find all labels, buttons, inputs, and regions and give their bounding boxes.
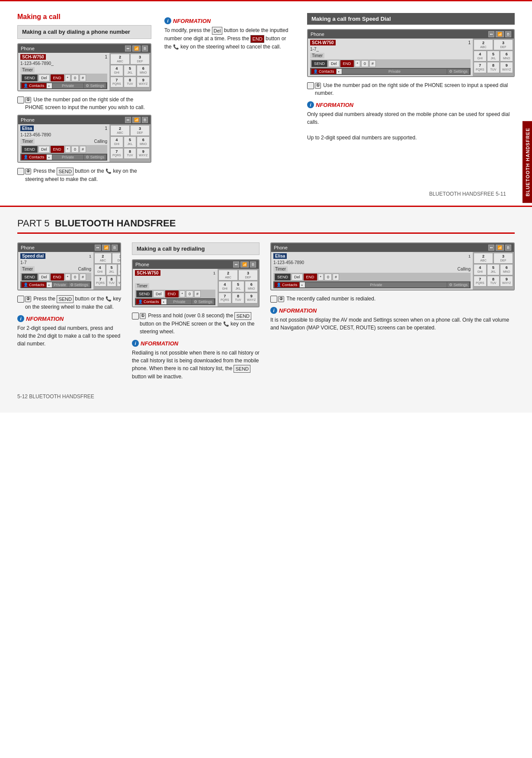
del-btn-b3[interactable]: Del (292, 274, 303, 281)
key-23-9wxyz[interactable]: 9WXYZ (137, 148, 150, 159)
del-btn-right[interactable]: Del (328, 60, 340, 67)
star-btn-2[interactable]: * (65, 146, 71, 153)
key-b1-5jkl[interactable]: 5JKL (106, 264, 117, 275)
del-btn-b1[interactable]: Del (38, 274, 50, 281)
settings-btn-b2[interactable]: ⚙ Settings (192, 299, 214, 304)
key-b2-3def[interactable]: 3DEF (238, 270, 258, 281)
key-8tuv[interactable]: 8TUV (124, 77, 137, 87)
key-r1-3def[interactable]: 3DEF (494, 39, 513, 50)
key-b3-7pqrs[interactable]: 7PQRS (474, 276, 487, 287)
zero-btn-b2[interactable]: 0 (186, 290, 193, 297)
zero-btn-b1[interactable]: 0 (71, 274, 79, 281)
contacts-btn-2[interactable]: 👤 Contacts (22, 155, 46, 160)
settings-btn-1[interactable]: ⚙ Settings (84, 83, 106, 88)
key-b2-9wxyz[interactable]: 9WXYZ (245, 293, 258, 303)
key-b3-2abc[interactable]: 2ABC (474, 253, 493, 264)
key-7pqrs[interactable]: 7PQRS (110, 77, 123, 87)
hash-btn-right[interactable]: # (369, 60, 376, 67)
send-btn-1[interactable]: SEND (22, 74, 38, 81)
private-btn-b3[interactable]: Private (305, 282, 447, 287)
settings-btn-b1[interactable]: ⚙ Settings (68, 282, 90, 287)
zero-btn-2[interactable]: 0 (71, 146, 79, 153)
hash-btn-2[interactable]: # (80, 146, 86, 153)
star-btn-b3[interactable]: * (318, 274, 324, 281)
key-b3-5jkl[interactable]: 5JKL (487, 264, 500, 275)
key-b3-6mno[interactable]: 6MNO (500, 264, 513, 275)
private-btn-2[interactable]: Private (52, 155, 84, 160)
hash-btn-b2[interactable]: # (194, 290, 201, 297)
key-6mno[interactable]: 6MNO (137, 65, 150, 76)
contacts-btn-right[interactable]: 👤 Contacts (311, 69, 336, 74)
key-b1-3def[interactable]: 3DEF (112, 253, 121, 264)
key-b3-3def[interactable]: 3DEF (494, 253, 513, 264)
star-btn-1[interactable]: * (65, 74, 71, 81)
key-b2-4ghi[interactable]: 4GHI (218, 281, 231, 292)
key-b1-4ghi[interactable]: 4GHI (94, 264, 106, 275)
send-btn-b2[interactable]: SEND (136, 290, 152, 297)
zero-btn-1[interactable]: 0 (71, 74, 79, 81)
key-r1-2abc[interactable]: 2ABC (474, 39, 493, 50)
key-b1-9wxyz[interactable]: 9WXYZ (117, 276, 121, 287)
contacts-btn-b1[interactable]: 👤 Contacts (22, 282, 46, 287)
end-btn-right[interactable]: END (340, 60, 354, 67)
end-btn-b3[interactable]: END (304, 274, 317, 281)
key-b2-7pqrs[interactable]: 7PQRS (218, 293, 231, 303)
key-23-7pqrs[interactable]: 7PQRS (110, 148, 123, 159)
key-3def[interactable]: 3DEF (130, 54, 150, 65)
key-r2-4ghi[interactable]: 4GHI (474, 51, 487, 61)
star-btn-right[interactable]: * (355, 60, 361, 67)
star-btn-b1[interactable]: * (65, 274, 71, 281)
key-4ghi[interactable]: 4GHI (110, 65, 123, 76)
end-btn-1[interactable]: END (51, 74, 64, 81)
del-btn-2[interactable]: Del (38, 146, 50, 153)
key-21-3def[interactable]: 3DEF (130, 125, 150, 136)
contacts-btn-b2[interactable]: 👤 Contacts (136, 299, 161, 304)
zero-btn-b3[interactable]: 0 (324, 274, 332, 281)
settings-btn-right[interactable]: ⚙ Settings (447, 69, 469, 74)
key-b1-2abc[interactable]: 2ABC (94, 253, 112, 264)
hash-btn-b1[interactable]: # (80, 274, 86, 281)
key-b3-8tuv[interactable]: 8TUV (487, 276, 500, 287)
key-b2-8tuv[interactable]: 8TUV (232, 293, 245, 303)
settings-btn-b3[interactable]: ⚙ Settings (447, 282, 469, 287)
key-b2-2abc[interactable]: 2ABC (218, 270, 238, 281)
key-22-6mno[interactable]: 6MNO (137, 136, 150, 147)
private-btn-b2[interactable]: Private (167, 299, 192, 304)
hash-btn-1[interactable]: # (80, 74, 86, 81)
del-btn-1[interactable]: Del (38, 74, 50, 81)
key-b3-4ghi[interactable]: 4GHI (474, 264, 487, 275)
key-b2-6mno[interactable]: 6MNO (245, 281, 258, 292)
key-r3-7pqrs[interactable]: 7PQRS (474, 62, 487, 73)
key-b1-8tuv[interactable]: 8TUV (107, 276, 116, 287)
end-btn-2[interactable]: END (51, 146, 64, 153)
key-r3-9wxyz[interactable]: 9WXYZ (500, 62, 513, 73)
key-b2-5jkl[interactable]: 5JKL (232, 281, 245, 292)
key-5jkl[interactable]: 5JKL (124, 65, 137, 76)
send-btn-b3[interactable]: SEND (275, 274, 291, 281)
contacts-btn-1[interactable]: 👤 Contacts (22, 83, 46, 88)
end-btn-b2[interactable]: END (165, 290, 179, 297)
key-21-2abc[interactable]: 2ABC (110, 125, 130, 136)
private-btn-b1[interactable]: Private (52, 282, 68, 287)
key-22-4ghi[interactable]: 4GHI (110, 136, 123, 147)
private-btn-right[interactable]: Private (342, 69, 447, 74)
hash-btn-b3[interactable]: # (333, 274, 339, 281)
star-btn-b2[interactable]: * (179, 290, 186, 297)
private-btn-1[interactable]: Private (52, 83, 84, 88)
key-b1-7pqrs[interactable]: 7PQRS (94, 276, 106, 287)
key-b3-9wxyz[interactable]: 9WXYZ (500, 276, 513, 287)
key-r2-6mno[interactable]: 6MNO (500, 51, 513, 61)
end-btn-b1[interactable]: END (51, 274, 64, 281)
send-btn-b1[interactable]: SEND (22, 274, 38, 281)
key-b1-6mno[interactable]: 6MNO (118, 264, 121, 275)
send-btn-right[interactable]: SEND (311, 60, 327, 67)
contacts-btn-b3[interactable]: 👤 Contacts (275, 282, 299, 287)
send-btn-2[interactable]: SEND (22, 146, 38, 153)
zero-btn-right[interactable]: 0 (361, 60, 369, 67)
key-23-8tuv[interactable]: 8TUV (124, 148, 137, 159)
key-9wxyz[interactable]: 9WXYZ (137, 77, 150, 87)
key-22-5jkl[interactable]: 5JKL (124, 136, 137, 147)
settings-btn-2[interactable]: ⚙ Settings (84, 155, 106, 160)
del-btn-b2[interactable]: Del (153, 290, 164, 297)
key-2abc[interactable]: 2ABC (110, 54, 130, 65)
